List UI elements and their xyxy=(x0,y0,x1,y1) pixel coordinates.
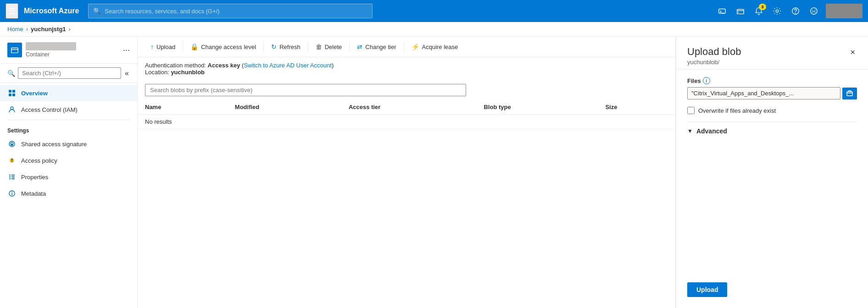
directory-icon[interactable] xyxy=(732,3,749,19)
container-icon xyxy=(7,43,22,57)
sidebar-search-input[interactable] xyxy=(18,67,121,79)
acquire-lease-button[interactable]: ⚡ Acquire lease xyxy=(406,40,464,53)
svg-point-4 xyxy=(776,10,778,12)
change-tier-icon: ⇄ xyxy=(357,43,362,50)
toolbar-sep-4 xyxy=(349,41,350,52)
container-label: Container xyxy=(26,51,76,58)
upload-blob-panel: Upload blob yuchunblob/ × Files i xyxy=(675,37,868,308)
advanced-section: ▼ Advanced xyxy=(687,121,857,135)
acquire-lease-label: Acquire lease xyxy=(422,44,458,50)
sidebar-ellipsis-icon[interactable]: ··· xyxy=(123,45,130,55)
feedback-icon[interactable] xyxy=(806,3,822,19)
sidebar-item-policy[interactable]: ! Access policy xyxy=(0,152,137,169)
svg-rect-27 xyxy=(847,92,852,96)
svg-rect-19 xyxy=(9,176,11,177)
svg-rect-18 xyxy=(9,175,11,176)
blob-search-input[interactable] xyxy=(145,84,466,96)
delete-button[interactable]: 🗑 Delete xyxy=(310,40,348,53)
svg-rect-23 xyxy=(11,178,15,179)
svg-point-6 xyxy=(795,13,796,14)
table-no-results-row: No results xyxy=(138,115,675,129)
auth-info: Authentication method: Access key (Switc… xyxy=(138,57,675,80)
svg-rect-21 xyxy=(11,175,15,176)
files-browse-button[interactable] xyxy=(842,88,857,99)
files-input[interactable] xyxy=(687,87,840,99)
overwrite-checkbox[interactable] xyxy=(687,107,695,114)
change-access-button[interactable]: 🔒 Change access level xyxy=(185,40,262,53)
main-layout: Container ··· 🔍 « Overview Access Contro… xyxy=(0,37,868,308)
sidebar-item-policy-label: Access policy xyxy=(21,157,57,164)
right-panel-subtitle: yuchunblob/ xyxy=(687,59,741,66)
hamburger-icon[interactable]: ☰ xyxy=(6,3,18,19)
upload-submit-button[interactable]: Upload xyxy=(687,282,727,297)
user-avatar[interactable] xyxy=(826,4,862,18)
sidebar: Container ··· 🔍 « Overview Access Contro… xyxy=(0,37,138,308)
toolbar-sep-3 xyxy=(308,41,308,52)
notifications-icon[interactable]: 3 xyxy=(751,3,767,19)
auth-switch-link[interactable]: Switch to Azure AD User Account xyxy=(244,62,331,69)
overwrite-row: Overwrite if files already exist xyxy=(687,107,857,114)
svg-rect-8 xyxy=(11,48,18,53)
sidebar-item-sas[interactable]: Shared access signature xyxy=(0,136,137,152)
settings-icon[interactable] xyxy=(769,3,785,19)
sidebar-search-icon: 🔍 xyxy=(7,70,15,77)
advanced-toggle-label: Advanced xyxy=(696,127,727,135)
breadcrumb-home[interactable]: Home xyxy=(7,26,23,33)
breadcrumb-storage[interactable]: yuchunjstg1 xyxy=(31,26,66,33)
auth-location-value: yuchunblob xyxy=(171,69,205,76)
upload-btn-row: Upload xyxy=(676,282,868,308)
svg-point-26 xyxy=(11,192,12,192)
col-modified: Modified xyxy=(228,100,341,115)
right-panel-header: Upload blob yuchunblob/ × xyxy=(676,37,868,70)
topbar: ☰ Microsoft Azure 🔍 3 xyxy=(0,0,868,22)
upload-label: Upload xyxy=(156,44,175,50)
sidebar-item-iam[interactable]: Access Control (IAM) xyxy=(0,101,137,118)
settings-section-title: Settings xyxy=(0,122,137,136)
sidebar-item-properties-label: Properties xyxy=(21,174,48,181)
refresh-button[interactable]: ↻ Refresh xyxy=(266,40,306,53)
col-blob-type: Blob type xyxy=(476,100,598,115)
sidebar-item-metadata-label: Metadata xyxy=(21,190,46,197)
files-label: Files i xyxy=(687,77,710,84)
metadata-icon xyxy=(7,189,17,198)
close-panel-button[interactable]: × xyxy=(848,46,857,59)
col-size: Size xyxy=(598,100,675,115)
svg-rect-20 xyxy=(9,178,11,179)
auth-method-value: Access key xyxy=(208,62,240,69)
search-input[interactable] xyxy=(105,8,367,15)
container-info: Container xyxy=(26,42,76,58)
svg-rect-2 xyxy=(737,9,744,14)
change-tier-label: Change tier xyxy=(365,44,396,50)
files-label-row: Files i xyxy=(687,77,857,84)
advanced-toggle-button[interactable]: ▼ Advanced xyxy=(687,127,727,135)
files-info-icon[interactable]: i xyxy=(703,77,710,84)
col-access-tier: Access tier xyxy=(341,100,476,115)
upload-button[interactable]: ↑ Upload xyxy=(145,40,181,53)
blob-search-row xyxy=(138,80,675,100)
change-tier-button[interactable]: ⇄ Change tier xyxy=(351,40,401,53)
sidebar-item-properties[interactable]: Properties xyxy=(0,169,137,185)
overwrite-label: Overwrite if files already exist xyxy=(698,107,776,114)
toolbar-sep-5 xyxy=(404,41,404,52)
sidebar-item-metadata[interactable]: Metadata xyxy=(0,185,137,202)
blob-table-container: Name Modified Access tier Blob type Size… xyxy=(138,100,675,308)
sidebar-item-overview-label: Overview xyxy=(21,90,48,97)
delete-label: Delete xyxy=(325,44,342,50)
toolbar-sep-2 xyxy=(263,41,264,52)
topbar-icons: 3 xyxy=(714,3,862,19)
breadcrumb-sep-2: › xyxy=(69,26,71,33)
sidebar-item-overview[interactable]: Overview xyxy=(0,85,137,101)
search-bar: 🔍 xyxy=(88,4,373,18)
sidebar-collapse-btn[interactable]: « xyxy=(124,68,130,78)
sidebar-search-row: 🔍 « xyxy=(0,64,137,83)
auth-method-label: Authentication method: xyxy=(145,62,206,69)
svg-rect-9 xyxy=(9,90,11,93)
table-header: Name Modified Access tier Blob type Size xyxy=(138,100,675,115)
help-icon[interactable] xyxy=(787,3,804,19)
cloud-shell-icon[interactable] xyxy=(714,3,730,19)
svg-rect-22 xyxy=(11,176,15,177)
sidebar-nav: Overview Access Control (IAM) Settings S… xyxy=(0,83,137,204)
svg-point-13 xyxy=(11,107,13,110)
blob-table: Name Modified Access tier Blob type Size… xyxy=(138,100,675,129)
sas-icon xyxy=(7,139,17,148)
